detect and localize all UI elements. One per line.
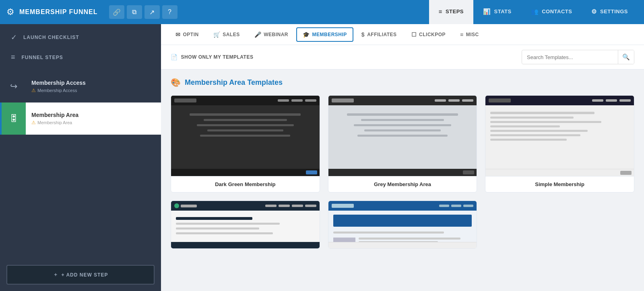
preview-logo <box>174 203 197 208</box>
subtab-clickpop[interactable]: ☐ CLICKPOP <box>405 27 452 42</box>
nav-item <box>305 99 316 102</box>
step-access-info: Membership Access ⚠ Membership Access <box>26 76 161 97</box>
headline-bar <box>333 215 472 227</box>
section-title: 🎨 Membership Area Templates <box>171 78 634 87</box>
copy-tool-button[interactable]: ⧉ <box>127 5 142 19</box>
template-toolbar: 📄 SHOW ONLY MY TEMPLATES 🔍 <box>161 45 644 70</box>
subtab-webinar[interactable]: 🎤 WEBINAR <box>248 27 295 42</box>
tab-steps[interactable]: ≡ STEPS <box>429 0 473 24</box>
sidebar-item-launch-checklist[interactable]: ✓ LAUNCH CHECKLIST <box>0 27 161 47</box>
nav-item <box>619 99 631 102</box>
membership-icon: 🎓 <box>303 31 310 38</box>
help-tool-button[interactable]: ? <box>162 5 178 19</box>
footer-bar <box>328 169 477 176</box>
subtab-affiliates-label: AFFILIATES <box>367 32 396 37</box>
subtab-affiliates[interactable]: $ AFFILIATES <box>355 27 403 42</box>
subtab-membership[interactable]: 🎓 MEMBERSHIP <box>296 27 353 42</box>
tab-settings[interactable]: ⚙ SETTINGS <box>582 0 638 24</box>
sales-icon: 🛒 <box>213 31 221 38</box>
footer-bar <box>171 242 320 249</box>
subtab-misc[interactable]: ≡ MISC <box>454 27 485 42</box>
webinar-icon: 🎤 <box>254 31 262 38</box>
step-access-icon-wrap: ↪ <box>2 70 26 102</box>
nav-item <box>592 99 603 102</box>
template-card-grey[interactable]: Grey Membership Area <box>328 95 477 193</box>
body-line <box>490 130 587 132</box>
step-area-sub-text: Membership Area <box>37 120 72 125</box>
show-only-my-templates-button[interactable]: 📄 SHOW ONLY MY TEMPLATES <box>171 54 253 60</box>
body-line <box>197 124 294 126</box>
template-preview-grey <box>328 96 477 176</box>
footer-bar <box>485 169 634 176</box>
contacts-icon: 👥 <box>531 8 539 15</box>
tab-stats-label: STATS <box>494 8 512 14</box>
sidebar-item-funnel-steps[interactable]: ≡ FUNNEL STEPS <box>0 47 161 67</box>
template-card-simple[interactable]: Simple Membership <box>485 95 634 193</box>
step-access-name: Membership Access <box>31 80 155 86</box>
nav-item <box>291 99 303 102</box>
template-name-dark-green: Dark Green Membership <box>171 176 320 192</box>
link-tool-button[interactable]: 🔗 <box>109 5 124 19</box>
top-nav-tools: 🔗 ⧉ ↗ ? <box>109 5 178 19</box>
body-line <box>200 135 290 137</box>
template-card-blue-logo[interactable] <box>328 201 477 249</box>
main-layout: ✓ LAUNCH CHECKLIST ≡ FUNNEL STEPS ↪ Memb… <box>0 24 644 291</box>
warning-icon-2: ⚠ <box>31 120 36 125</box>
template-preview-navigator <box>171 201 320 249</box>
external-link-tool-button[interactable]: ↗ <box>144 5 160 19</box>
preview-nav <box>278 99 316 102</box>
body-line <box>190 113 301 116</box>
footer-badge <box>620 171 632 175</box>
preview-logo <box>489 98 511 102</box>
step-item-membership-access[interactable]: ↪ Membership Access ⚠ Membership Access <box>0 70 161 102</box>
body-line <box>490 139 567 141</box>
preview-logo <box>332 204 354 208</box>
stats-icon: 📊 <box>483 8 491 15</box>
subtab-optin-label: OPTIN <box>183 32 199 37</box>
tab-stats[interactable]: 📊 STATS <box>473 0 521 24</box>
subtab-optin[interactable]: ✉ OPTIN <box>169 27 205 42</box>
template-card-navigator[interactable] <box>171 201 320 249</box>
search-button[interactable]: 🔍 <box>618 50 634 64</box>
add-new-step-button[interactable]: ＋ + ADD NEW STEP <box>6 265 155 285</box>
settings-icon: ⚙ <box>591 8 597 15</box>
step-item-membership-area[interactable]: 🎛 Membership Area ⚠ Membership Area <box>0 102 161 135</box>
template-preview-dark-green <box>171 96 320 176</box>
template-preview-simple <box>485 96 634 176</box>
search-box: 🔍 <box>522 50 634 64</box>
subtab-misc-label: MISC <box>466 32 479 37</box>
tab-steps-label: STEPS <box>446 8 464 14</box>
footer-bar <box>171 169 320 176</box>
body-line <box>361 119 444 121</box>
body-line <box>204 119 287 121</box>
checklist-icon: ✓ <box>11 33 17 42</box>
nav-item <box>305 205 316 207</box>
nav-item <box>462 99 473 102</box>
template-card-dark-green[interactable]: Dark Green Membership <box>171 95 320 193</box>
warning-icon: ⚠ <box>31 88 36 93</box>
optin-icon: ✉ <box>175 31 181 38</box>
subtab-sales[interactable]: 🛒 SALES <box>207 27 246 42</box>
templates-grid: Dark Green Membership <box>171 95 634 193</box>
funnel-steps-icon: ≡ <box>11 53 15 61</box>
nav-logo-text <box>181 205 197 207</box>
preview-body <box>328 105 477 145</box>
body-line <box>357 135 448 137</box>
subtab-membership-label: MEMBERSHIP <box>312 32 347 37</box>
footer-badge <box>463 170 474 174</box>
body-line <box>176 217 252 220</box>
gear-icon[interactable]: ⚙ <box>6 7 14 17</box>
login-icon: ↪ <box>10 81 17 92</box>
tab-contacts[interactable]: 👥 CONTACTS <box>521 0 582 24</box>
empty-placeholder <box>485 201 634 249</box>
preview-header <box>485 96 634 105</box>
search-input[interactable] <box>522 51 618 64</box>
body-line <box>364 129 441 131</box>
step-area-icon-wrap: 🎛 <box>2 102 26 135</box>
template-preview-blue-logo <box>328 201 477 249</box>
subtab-clickpop-label: CLICKPOP <box>419 32 446 37</box>
footer-badge <box>306 170 317 174</box>
body-line <box>207 129 284 131</box>
preview-header <box>171 96 320 105</box>
plus-icon: ＋ <box>53 271 58 278</box>
